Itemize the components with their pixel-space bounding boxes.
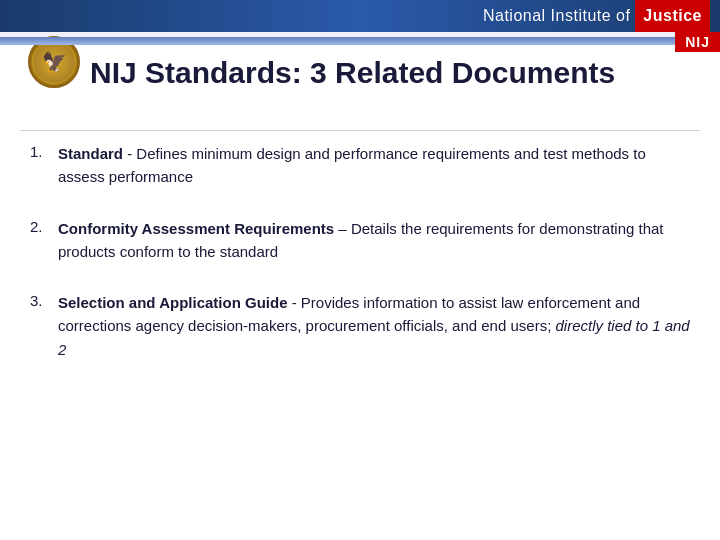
- separator-3: -: [292, 294, 301, 311]
- list-text-3: Selection and Application Guide - Provid…: [58, 291, 690, 361]
- list-number-2: 2.: [30, 217, 58, 235]
- list-text-2: Conformity Assessment Requirements – Det…: [58, 217, 690, 264]
- seal-icon: 🦅: [42, 50, 67, 74]
- list-item-2: 2. Conformity Assessment Requirements – …: [30, 217, 690, 264]
- list-item-1: 1. Standard - Defines minimum design and…: [30, 142, 690, 189]
- list-item-3: 3. Selection and Application Guide - Pro…: [30, 291, 690, 361]
- list-number-1: 1.: [30, 142, 58, 160]
- list-text-1: Standard - Defines minimum design and pe…: [58, 142, 690, 189]
- title-section: NIJ Standards: 3 Related Documents: [90, 55, 700, 91]
- term-2: Conformity Assessment Requirements: [58, 220, 334, 237]
- header-bar: National Institute of Justice: [0, 0, 720, 32]
- seal-inner: 🦅: [32, 40, 76, 84]
- list-number-3: 3.: [30, 291, 58, 309]
- page-title: NIJ Standards: 3 Related Documents: [90, 55, 700, 91]
- separator-2: –: [338, 220, 351, 237]
- blue-band: [0, 37, 720, 45]
- header-title-left: National Institute of: [483, 7, 630, 24]
- description-1: Defines minimum design and performance r…: [58, 145, 646, 185]
- divider: [20, 130, 700, 131]
- term-1: Standard: [58, 145, 123, 162]
- nij-badge: NIJ: [675, 32, 720, 52]
- page: National Institute of Justice NIJ 🦅 NIJ …: [0, 0, 720, 540]
- term-3: Selection and Application Guide: [58, 294, 287, 311]
- content-area: 1. Standard - Defines minimum design and…: [30, 142, 690, 389]
- header-title-right: Justice: [635, 0, 710, 32]
- separator-1: -: [127, 145, 136, 162]
- header-title: National Institute of Justice: [483, 0, 720, 32]
